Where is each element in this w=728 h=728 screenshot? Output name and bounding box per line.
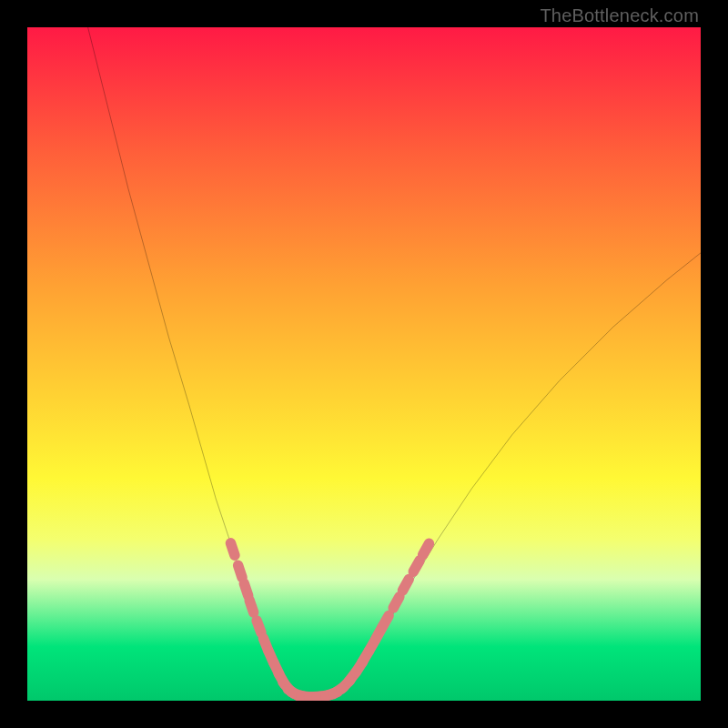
marker-point (244, 583, 248, 595)
marker-point (423, 543, 430, 554)
marker-group (230, 543, 429, 697)
plot-area (27, 27, 701, 701)
chart-frame: TheBottleneck.com (0, 0, 728, 728)
watermark-text: TheBottleneck.com (540, 5, 699, 26)
marker-point (413, 561, 420, 571)
marker-point (402, 580, 409, 591)
marker-point (257, 621, 261, 632)
marker-point (230, 543, 234, 555)
curve-layer (27, 27, 701, 701)
marker-point (382, 616, 389, 627)
marker-point (238, 565, 242, 577)
marker-point (249, 601, 254, 612)
marker-point (393, 597, 399, 608)
